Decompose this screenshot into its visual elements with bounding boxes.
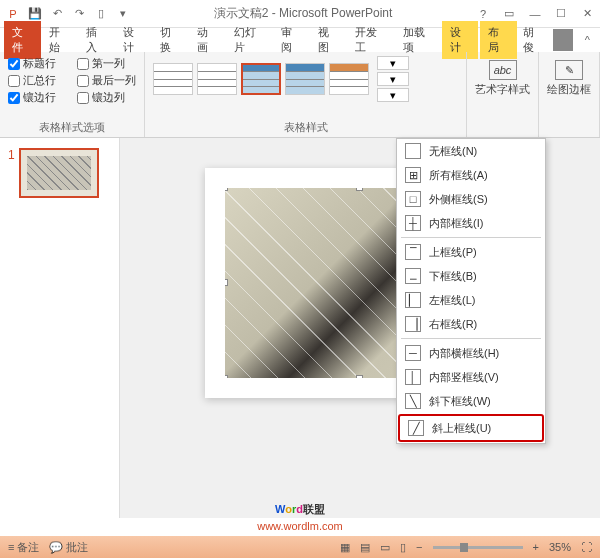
- view-slideshow-icon[interactable]: ▯: [400, 541, 406, 554]
- border-option-label: 无框线(N): [429, 144, 477, 159]
- start-show-icon[interactable]: ▯: [92, 5, 110, 23]
- resize-handle-t[interactable]: [356, 188, 363, 191]
- border-ddown-icon: ╲: [405, 393, 421, 409]
- check-banded-row[interactable]: 镶边行: [8, 90, 67, 105]
- border-option-all[interactable]: ⊞所有框线(A): [397, 163, 545, 187]
- border-option-dup[interactable]: ╱斜上框线(U): [398, 414, 544, 442]
- border-inner-icon: ┼: [405, 215, 421, 231]
- status-bar: ≡ 备注 💬 批注 ▦ ▤ ▭ ▯ − + 35% ⛶: [0, 536, 600, 558]
- borders-button[interactable]: ▾: [377, 72, 409, 86]
- group-style-options: 标题行 第一列 汇总行 最后一列 镶边行 镶边列 表格样式选项: [0, 52, 145, 137]
- ribbon-options-icon[interactable]: ▭: [500, 5, 518, 23]
- border-option-inv[interactable]: │内部竖框线(V): [397, 365, 545, 389]
- border-bottom-icon: ⎽: [405, 268, 421, 284]
- user-name: 胡俊: [523, 25, 543, 55]
- zoom-out-icon[interactable]: −: [416, 541, 422, 553]
- zoom-in-icon[interactable]: +: [533, 541, 539, 553]
- group-label-style-options: 表格样式选项: [8, 118, 136, 135]
- group-wordart: abc 艺术字样式: [467, 52, 539, 137]
- resize-handle-bl[interactable]: [225, 375, 228, 378]
- ribbon-tabs: 文件 开始 插入 设计 切换 动画 幻灯片 审阅 视图 开发工 加载项 设计 布…: [0, 28, 600, 52]
- qat-more-icon[interactable]: ▾: [114, 5, 132, 23]
- draw-border-button[interactable]: ✎ 绘图边框: [547, 60, 591, 97]
- maximize-icon[interactable]: ☐: [552, 5, 570, 23]
- border-outer-icon: □: [405, 191, 421, 207]
- group-label-table-styles: 表格样式: [153, 118, 458, 135]
- slide-number: 1: [8, 148, 15, 198]
- border-left-icon: ▏: [405, 292, 421, 308]
- window-title: 演示文稿2 - Microsoft PowerPoint: [132, 5, 474, 22]
- table-style-1[interactable]: [153, 63, 193, 95]
- border-option-label: 右框线(R): [429, 317, 477, 332]
- border-option-outer[interactable]: □外侧框线(S): [397, 187, 545, 211]
- resize-handle-b[interactable]: [356, 375, 363, 378]
- table-style-3[interactable]: [241, 63, 281, 95]
- border-top-icon: ⎺: [405, 244, 421, 260]
- border-option-label: 斜上框线(U): [432, 421, 491, 436]
- check-last-col[interactable]: 最后一列: [77, 73, 136, 88]
- check-header-row[interactable]: 标题行: [8, 56, 67, 71]
- border-option-label: 下框线(B): [429, 269, 477, 284]
- group-draw-borders: ✎ 绘图边框: [539, 52, 600, 137]
- quick-access-toolbar: P 💾 ↶ ↷ ▯ ▾: [4, 5, 132, 23]
- border-option-left[interactable]: ▏左框线(L): [397, 288, 545, 312]
- border-option-none[interactable]: 无框线(N): [397, 139, 545, 163]
- save-icon[interactable]: 💾: [26, 5, 44, 23]
- border-all-icon: ⊞: [405, 167, 421, 183]
- border-option-top[interactable]: ⎺上框线(P): [397, 240, 545, 264]
- border-none-icon: [405, 143, 421, 159]
- border-inh-icon: ─: [405, 345, 421, 361]
- border-option-ddown[interactable]: ╲斜下框线(W): [397, 389, 545, 413]
- check-banded-col[interactable]: 镶边列: [77, 90, 136, 105]
- ribbon: 标题行 第一列 汇总行 最后一列 镶边行 镶边列 表格样式选项 ▾ ▾ ▾ 表格…: [0, 52, 600, 138]
- border-option-bottom[interactable]: ⎽下框线(B): [397, 264, 545, 288]
- border-option-label: 上框线(P): [429, 245, 477, 260]
- wordart-button[interactable]: abc 艺术字样式: [475, 60, 530, 97]
- watermark-logo: Word联盟: [275, 497, 325, 518]
- watermark-url: www.wordlm.com: [257, 520, 343, 532]
- effects-button[interactable]: ▾: [377, 88, 409, 102]
- border-option-right[interactable]: ▕右框线(R): [397, 312, 545, 336]
- table-style-4[interactable]: [285, 63, 325, 95]
- help-icon[interactable]: ?: [474, 5, 492, 23]
- view-reading-icon[interactable]: ▭: [380, 541, 390, 554]
- border-option-label: 内部竖框线(V): [429, 370, 499, 385]
- app-icon[interactable]: P: [4, 5, 22, 23]
- fit-window-icon[interactable]: ⛶: [581, 541, 592, 553]
- view-normal-icon[interactable]: ▦: [340, 541, 350, 554]
- minimize-icon[interactable]: —: [526, 5, 544, 23]
- border-inv-icon: │: [405, 369, 421, 385]
- border-option-label: 斜下框线(W): [429, 394, 491, 409]
- table-style-5[interactable]: [329, 63, 369, 95]
- redo-icon[interactable]: ↷: [70, 5, 88, 23]
- undo-icon[interactable]: ↶: [48, 5, 66, 23]
- close-icon[interactable]: ✕: [578, 5, 596, 23]
- shading-button[interactable]: ▾: [377, 56, 409, 70]
- check-total-row[interactable]: 汇总行: [8, 73, 67, 88]
- border-option-label: 内部框线(I): [429, 216, 483, 231]
- slide-thumbnail-1[interactable]: [19, 148, 99, 198]
- border-option-inh[interactable]: ─内部横框线(H): [397, 341, 545, 365]
- collapse-ribbon-icon[interactable]: ^: [579, 34, 596, 46]
- zoom-level[interactable]: 35%: [549, 541, 571, 553]
- border-option-label: 内部横框线(H): [429, 346, 499, 361]
- resize-handle-l[interactable]: [225, 279, 228, 286]
- border-option-label: 左框线(L): [429, 293, 475, 308]
- user-avatar[interactable]: [553, 29, 573, 51]
- check-first-col[interactable]: 第一列: [77, 56, 136, 71]
- border-option-inner[interactable]: ┼内部框线(I): [397, 211, 545, 235]
- border-dup-icon: ╱: [408, 420, 424, 436]
- notes-button[interactable]: ≡ 备注: [8, 540, 39, 555]
- border-right-icon: ▕: [405, 316, 421, 332]
- group-table-styles: ▾ ▾ ▾ 表格样式: [145, 52, 467, 137]
- comments-button[interactable]: 💬 批注: [49, 540, 88, 555]
- borders-dropdown: 无框线(N)⊞所有框线(A)□外侧框线(S)┼内部框线(I)⎺上框线(P)⎽下框…: [396, 138, 546, 444]
- resize-handle-tl[interactable]: [225, 188, 228, 191]
- zoom-slider[interactable]: [433, 546, 523, 549]
- view-sorter-icon[interactable]: ▤: [360, 541, 370, 554]
- border-option-label: 外侧框线(S): [429, 192, 488, 207]
- thumbnail-pane[interactable]: 1: [0, 138, 120, 518]
- border-option-label: 所有框线(A): [429, 168, 488, 183]
- table-style-2[interactable]: [197, 63, 237, 95]
